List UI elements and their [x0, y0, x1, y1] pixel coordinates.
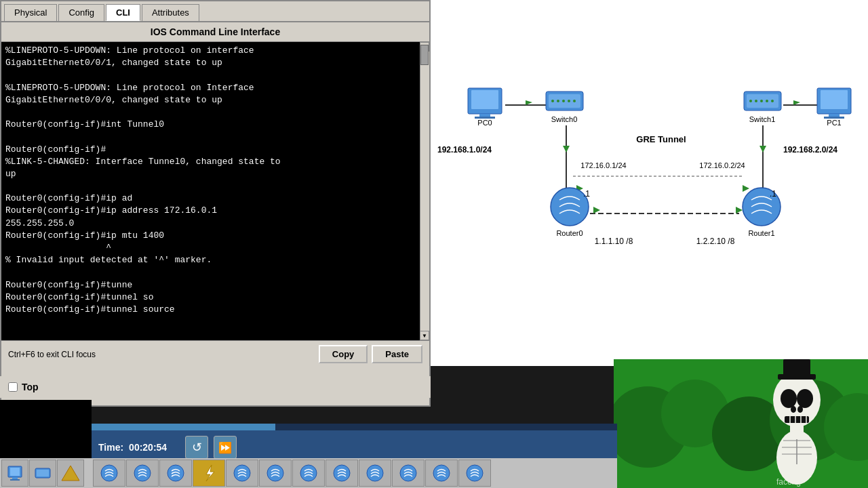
- tunnel-right-label: 172.16.0.2/24: [699, 161, 745, 169]
- svg-rect-50: [785, 416, 809, 423]
- svg-point-34: [771, 100, 774, 102]
- fastforward-button[interactable]: ⏩: [214, 436, 237, 459]
- switch0-label: Switch0: [551, 115, 578, 123]
- svg-point-65: [167, 465, 184, 481]
- svg-point-47: [797, 389, 813, 408]
- svg-point-25: [573, 100, 576, 102]
- pc0-label: PC0: [477, 119, 492, 127]
- svg-point-22: [557, 100, 559, 102]
- left-toolbar: [0, 458, 92, 488]
- left-tool-1[interactable]: [1, 460, 28, 487]
- right-panel: PC0 Switch0 Router0 Router1 Switch1: [431, 0, 868, 366]
- svg-point-33: [766, 100, 768, 102]
- svg-point-72: [400, 465, 416, 481]
- time-value: 00:20:54: [129, 442, 180, 453]
- svg-rect-77: [12, 477, 18, 479]
- left-tool-3[interactable]: [57, 460, 84, 487]
- svg-rect-0: [431, 0, 868, 366]
- wan-left-label: 1.1.1.10 /8: [595, 237, 633, 246]
- video-background: facerig: [614, 359, 868, 488]
- checkbox-bar: Top: [0, 376, 431, 398]
- svg-rect-80: [37, 470, 49, 476]
- svg-point-31: [755, 100, 757, 102]
- cli-scroll[interactable]: %LINEPROTO-5-UPDOWN: Line protocol on in…: [1, 42, 420, 340]
- tool-icon-8[interactable]: [359, 460, 391, 487]
- progress-bar: [92, 424, 275, 430]
- svg-point-73: [433, 465, 450, 481]
- scrollbar-down[interactable]: ▼: [420, 331, 429, 340]
- svg-point-30: [749, 100, 752, 102]
- svg-point-74: [467, 465, 483, 481]
- tab-physical[interactable]: Physical: [4, 4, 57, 21]
- svg-rect-78: [10, 479, 20, 481]
- tool-icon-9[interactable]: [392, 460, 425, 487]
- left-tool-2[interactable]: [29, 460, 56, 487]
- svg-point-64: [134, 465, 151, 481]
- tool-icon-5[interactable]: [259, 460, 292, 487]
- gre-tunnel-label: GRE Tunnel: [636, 134, 686, 144]
- network-diagram: PC0 Switch0 Router0 Router1 Switch1: [431, 0, 868, 366]
- svg-point-21: [551, 100, 554, 102]
- svg-point-32: [760, 100, 763, 102]
- restart-button[interactable]: ↺: [185, 436, 208, 459]
- bottom-right-video: facerig: [614, 359, 868, 488]
- cli-bottom-bar: Ctrl+F6 to exit CLI focus Copy Paste: [1, 340, 429, 367]
- svg-point-49: [797, 406, 803, 413]
- paste-button[interactable]: Paste: [372, 345, 422, 363]
- svg-point-69: [300, 465, 317, 481]
- svg-rect-76: [10, 468, 20, 476]
- svg-rect-36: [821, 90, 848, 109]
- time-label: Time:: [98, 442, 123, 453]
- tool-icon-4[interactable]: [226, 460, 258, 487]
- tool-icon-10[interactable]: [425, 460, 458, 487]
- tool-icon-lightning[interactable]: [193, 460, 225, 487]
- svg-point-46: [781, 389, 797, 408]
- left-panel: Physical Config CLI Attributes IOS Comma…: [0, 0, 431, 407]
- switch1-label: Switch1: [749, 115, 776, 123]
- router0-label: Router0: [556, 229, 583, 237]
- tunnel-left-label: 172.16.0.1/24: [580, 161, 626, 169]
- dot1-left: .1: [583, 189, 590, 199]
- cli-buttons: Copy Paste: [319, 345, 422, 363]
- top-checkbox[interactable]: [8, 382, 18, 392]
- svg-point-71: [367, 465, 383, 481]
- svg-rect-62: [783, 359, 810, 375]
- svg-point-68: [267, 465, 283, 481]
- dot1-right: .1: [770, 189, 776, 199]
- pc1-label: PC1: [827, 119, 841, 127]
- cli-output: %LINEPROTO-5-UPDOWN: Line protocol on in…: [5, 45, 416, 316]
- svg-marker-81: [62, 466, 79, 481]
- progress-bar-track[interactable]: [92, 424, 617, 430]
- tab-attributes[interactable]: Attributes: [142, 4, 199, 21]
- svg-point-70: [334, 465, 350, 481]
- tool-icon-2[interactable]: [126, 460, 159, 487]
- toolbar-strip: [92, 458, 617, 488]
- subnet1-label: 192.168.1.0/24: [437, 145, 492, 155]
- tool-icon-3[interactable]: [159, 460, 192, 487]
- tool-icon-1[interactable]: [93, 460, 125, 487]
- tab-cli[interactable]: CLI: [106, 4, 140, 21]
- tab-bar: Physical Config CLI Attributes: [1, 1, 429, 22]
- svg-rect-16: [471, 90, 498, 109]
- wan-right-label: 1.2.2.10 /8: [696, 237, 735, 246]
- scrollbar-track[interactable]: ▲ ▼: [420, 42, 429, 340]
- tab-config[interactable]: Config: [58, 4, 104, 21]
- cli-hint: Ctrl+F6 to exit CLI focus: [8, 350, 96, 359]
- tool-icon-7[interactable]: [326, 460, 358, 487]
- svg-point-23: [562, 100, 565, 102]
- tool-icon-6[interactable]: [292, 460, 325, 487]
- svg-point-24: [568, 100, 570, 102]
- top-label: Top: [22, 382, 39, 392]
- svg-point-48: [791, 406, 796, 413]
- subnet2-label: 192.168.2.0/24: [783, 145, 837, 155]
- svg-point-67: [234, 465, 250, 481]
- svg-rect-37: [829, 114, 840, 117]
- router1-label: Router1: [748, 229, 774, 237]
- svg-rect-17: [479, 114, 490, 117]
- svg-point-63: [101, 465, 117, 481]
- scrollbar-thumb[interactable]: [420, 45, 429, 65]
- tool-icon-11[interactable]: [458, 460, 491, 487]
- copy-button[interactable]: Copy: [319, 345, 368, 363]
- svg-marker-66: [206, 465, 214, 481]
- cli-area[interactable]: %LINEPROTO-5-UPDOWN: Line protocol on in…: [1, 42, 429, 340]
